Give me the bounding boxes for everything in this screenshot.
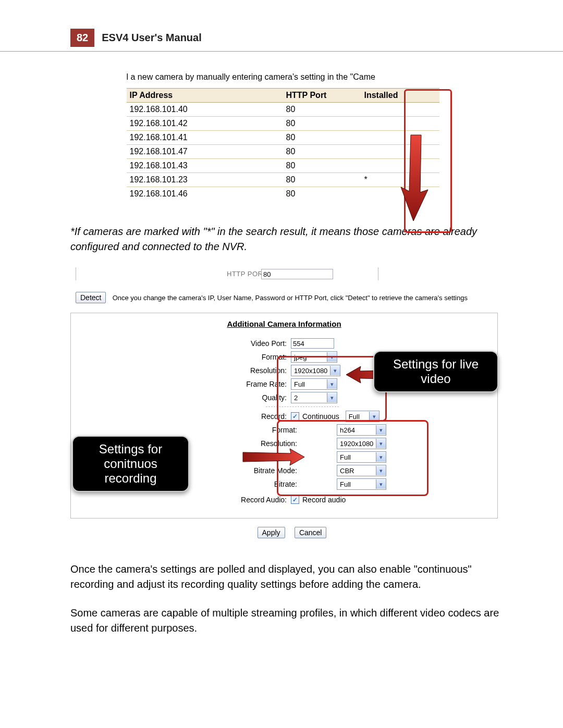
record-audio-checkbox[interactable]: ✓ Record audio: [291, 496, 346, 504]
col-http-port: HTTP Port: [283, 89, 361, 103]
page-header: 82 ESV4 User's Manual: [70, 29, 506, 47]
callout-record-settings: Settings for conitnuos recording: [72, 436, 189, 492]
page-number: 82: [70, 29, 94, 47]
asterisk-note: *If cameras are marked with "*" in the s…: [70, 224, 506, 254]
http-port-input[interactable]: [261, 269, 333, 279]
table-row[interactable]: 192.168.101.2380*: [127, 173, 439, 187]
header-divider: [0, 51, 563, 52]
continuous-label: Continuous: [302, 412, 339, 421]
record-audio-label: Record Audio:: [78, 496, 291, 504]
col-installed: Installed: [361, 89, 439, 103]
camera-table: IP Address HTTP Port Installed 192.168.1…: [127, 88, 439, 201]
col-ip: IP Address: [127, 89, 283, 103]
detect-help-text: Once you change the camera's IP, User Na…: [113, 294, 468, 302]
continuous-checkbox[interactable]: ✓ Continuous: [291, 412, 339, 421]
cancel-button[interactable]: Cancel: [295, 527, 327, 538]
quality-label: Quality:: [78, 393, 291, 402]
chevron-down-icon: ▾: [327, 379, 337, 389]
callout-live-settings: Settings for live video: [373, 351, 498, 392]
rec-bitrate-select[interactable]: Full▾: [337, 478, 386, 490]
body-paragraph-2: Some cameras are capable of multiple str…: [70, 606, 506, 636]
chevron-down-icon: ▾: [327, 393, 337, 402]
rec-bitrate-mode-select[interactable]: CBR▾: [337, 465, 386, 476]
table-row[interactable]: 192.168.101.4180: [127, 131, 439, 145]
record-preset-select[interactable]: Full▾: [346, 411, 380, 422]
body-paragraph-1: Once the camera's settings are polled an…: [70, 562, 506, 592]
quality-select[interactable]: 2▾: [291, 392, 337, 403]
chevron-down-icon: ▾: [376, 479, 386, 489]
camera-table-caption: l a new camera by manually entering came…: [127, 72, 450, 82]
format-select[interactable]: jpeg▾: [291, 351, 337, 363]
table-row[interactable]: 192.168.101.4680: [127, 187, 439, 201]
frame-rate-label: Frame Rate:: [78, 380, 291, 388]
chevron-down-icon: ▾: [327, 352, 337, 362]
screenshot-camera-table: l a new camera by manually entering came…: [127, 72, 450, 201]
chevron-down-icon: ▾: [376, 466, 386, 475]
check-icon: ✓: [291, 496, 299, 504]
table-row[interactable]: 192.168.101.4780: [127, 145, 439, 159]
table-header-row: IP Address HTTP Port Installed: [127, 89, 439, 103]
http-port-fragment: HTTP Port:: [76, 270, 513, 286]
rec-frame-rate-select[interactable]: Full▾: [337, 451, 386, 463]
rec-format-label: Format:: [78, 426, 301, 434]
screenshot-settings-panel: HTTP Port: Detect Once you change the ca…: [70, 270, 513, 538]
additional-camera-info-panel: Additional Camera Information Video Port…: [70, 313, 498, 519]
resolution-label: Resolution:: [78, 366, 291, 375]
record-audio-text: Record audio: [302, 496, 346, 504]
table-row[interactable]: 192.168.101.4080: [127, 103, 439, 117]
detect-button[interactable]: Detect: [76, 292, 106, 303]
rec-resolution-select[interactable]: 1920x1080▾: [337, 438, 386, 449]
page-title: ESV4 User's Manual: [94, 29, 209, 47]
check-icon: ✓: [291, 412, 299, 421]
panel-title: Additional Camera Information: [78, 319, 490, 328]
chevron-down-icon: ▾: [369, 412, 379, 421]
frame-rate-select[interactable]: Full▾: [291, 378, 337, 390]
chevron-down-icon: ▾: [376, 425, 386, 435]
video-port-input[interactable]: [291, 338, 334, 349]
record-label: Record:: [78, 412, 291, 421]
table-row[interactable]: 192.168.101.4280: [127, 117, 439, 131]
chevron-down-icon: ▾: [330, 366, 340, 375]
rec-format-select[interactable]: h264▾: [337, 424, 386, 436]
format-label: Format:: [78, 353, 291, 361]
chevron-down-icon: ▾: [376, 452, 386, 462]
chevron-down-icon: ▾: [376, 439, 386, 448]
apply-button[interactable]: Apply: [258, 527, 285, 538]
table-row[interactable]: 192.168.101.4380: [127, 159, 439, 173]
video-port-label: Video Port:: [78, 339, 291, 348]
resolution-select[interactable]: 1920x1080▾: [291, 365, 340, 376]
